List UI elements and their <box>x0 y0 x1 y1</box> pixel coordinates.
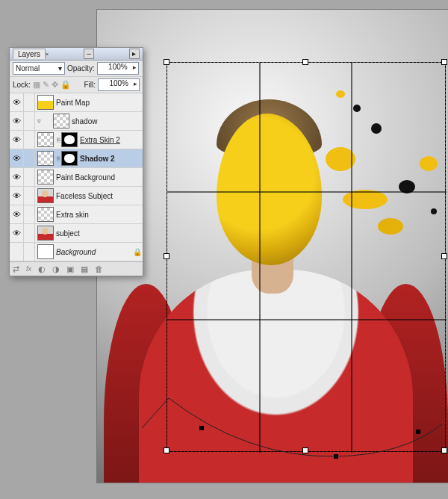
link-cell[interactable] <box>24 131 35 149</box>
layer-row[interactable]: 👁⎘Shadow 2 <box>10 149 143 168</box>
chevron-down-icon: ▾ <box>58 64 62 72</box>
visibility-toggle[interactable]: 👁 <box>10 187 24 205</box>
minimize-icon[interactable]: – <box>84 49 94 59</box>
layer-row[interactable]: 👁Paint Background <box>10 168 143 187</box>
transform-handle[interactable] <box>441 253 447 259</box>
opacity-label: Opacity: <box>67 64 95 72</box>
layer-row[interactable]: 👁subject <box>10 224 143 243</box>
layer-name[interactable]: Extra skin <box>56 211 143 219</box>
link-cell[interactable] <box>24 168 35 186</box>
fill-input[interactable]: 100% <box>98 78 140 91</box>
layer-row[interactable]: 👁⎘Extra Skin 2 <box>10 131 143 149</box>
transform-handle[interactable] <box>441 59 447 65</box>
layer-row[interactable]: Background🔒 <box>10 243 143 261</box>
link-cell[interactable] <box>24 205 35 223</box>
fill-label: Fill: <box>84 81 96 89</box>
visibility-toggle[interactable]: 👁 <box>10 168 24 186</box>
layers-panel[interactable]: Layers × – ▸ Normal ▾ Opacity: 100% Lock… <box>9 47 143 276</box>
fx-icon[interactable]: fx <box>26 265 31 273</box>
adjustment-icon[interactable]: ◑ <box>52 264 60 274</box>
link-cell[interactable] <box>24 224 35 242</box>
layer-thumbnail[interactable] <box>37 207 54 222</box>
warp-anchor[interactable] <box>199 426 204 430</box>
layer-row[interactable]: 👁Faceless Subject <box>10 187 143 205</box>
layer-name[interactable]: Shadow 2 <box>80 155 143 163</box>
group-arrow-icon[interactable]: ▿ <box>35 117 43 125</box>
layer-thumbnail[interactable] <box>37 188 54 203</box>
layer-name[interactable]: Paint Map <box>56 99 143 107</box>
close-tab-icon[interactable]: × <box>46 52 49 57</box>
mask-link-icon[interactable]: ⎘ <box>57 137 60 143</box>
layer-thumbnail[interactable] <box>37 244 54 259</box>
canvas[interactable] <box>97 10 448 483</box>
visibility-toggle[interactable] <box>10 243 24 261</box>
layer-name[interactable]: subject <box>56 229 143 238</box>
blend-mode-value: Normal <box>16 64 40 72</box>
blend-mode-select[interactable]: Normal ▾ <box>13 62 65 75</box>
lock-icon: 🔒 <box>132 248 143 256</box>
group-icon[interactable]: ▣ <box>66 264 74 274</box>
new-layer-icon[interactable]: ▦ <box>81 264 88 274</box>
transform-handle[interactable] <box>164 59 169 65</box>
mask-icon[interactable]: ◐ <box>38 264 46 274</box>
layer-thumbnail[interactable] <box>37 132 54 147</box>
transform-handle[interactable] <box>164 447 169 453</box>
visibility-toggle[interactable]: 👁 <box>10 93 24 111</box>
transform-handle[interactable] <box>302 59 308 65</box>
transform-handle[interactable] <box>302 447 308 453</box>
link-icon[interactable]: ⇄ <box>13 264 19 274</box>
transform-handle[interactable] <box>164 253 169 259</box>
link-cell[interactable] <box>24 149 35 167</box>
visibility-toggle[interactable]: 👁 <box>10 112 24 130</box>
lock-icons[interactable]: ▦ ✎ ✥ 🔒 <box>33 80 71 90</box>
layer-row[interactable]: 👁Paint Map <box>10 93 143 112</box>
layer-name[interactable]: Background <box>56 248 132 256</box>
layer-name[interactable]: Extra Skin 2 <box>80 136 143 144</box>
visibility-toggle[interactable]: 👁 <box>10 205 24 223</box>
transform-handle[interactable] <box>441 447 447 453</box>
visibility-toggle[interactable]: 👁 <box>10 149 24 167</box>
link-cell[interactable] <box>24 93 35 111</box>
layer-row[interactable]: 👁Extra skin <box>10 205 143 224</box>
layer-thumbnail[interactable] <box>37 95 54 110</box>
link-cell[interactable] <box>24 187 35 205</box>
panel-titlebar[interactable]: Layers × – ▸ <box>10 48 143 61</box>
lock-label: Lock: <box>13 81 31 89</box>
visibility-toggle[interactable]: 👁 <box>10 224 24 242</box>
layer-thumbnail[interactable] <box>37 170 54 185</box>
warp-anchor[interactable] <box>416 430 420 434</box>
warp-mesh[interactable] <box>167 62 446 452</box>
layer-thumbnail[interactable] <box>53 114 69 128</box>
layer-name[interactable]: Faceless Subject <box>56 192 143 200</box>
panel-menu-icon[interactable]: ▸ <box>129 49 140 59</box>
layers-list: 👁Paint Map👁▿shadow👁⎘Extra Skin 2👁⎘Shadow… <box>10 93 143 261</box>
mask-link-icon[interactable]: ⎘ <box>57 155 60 162</box>
link-cell[interactable] <box>24 243 35 261</box>
warp-anchor[interactable] <box>334 454 338 459</box>
panel-tab[interactable]: Layers <box>13 49 46 59</box>
lock-fill-row: Lock: ▦ ✎ ✥ 🔒 Fill: 100% <box>10 77 143 93</box>
layer-row[interactable]: 👁▿shadow <box>10 112 143 131</box>
layer-name[interactable]: shadow <box>72 117 143 125</box>
trash-icon[interactable]: 🗑 <box>95 264 103 273</box>
opacity-input[interactable]: 100% <box>97 62 139 75</box>
link-cell[interactable] <box>24 112 35 130</box>
layer-mask-thumbnail[interactable] <box>61 151 78 166</box>
visibility-toggle[interactable]: 👁 <box>10 131 24 149</box>
layer-thumbnail[interactable] <box>37 226 54 241</box>
layer-thumbnail[interactable] <box>37 151 54 166</box>
panel-footer: ⇄ fx ◐ ◑ ▣ ▦ 🗑 <box>10 261 143 276</box>
layer-mask-thumbnail[interactable] <box>61 132 78 147</box>
layer-name[interactable]: Paint Background <box>56 173 143 182</box>
blend-opacity-row: Normal ▾ Opacity: 100% <box>10 61 143 77</box>
